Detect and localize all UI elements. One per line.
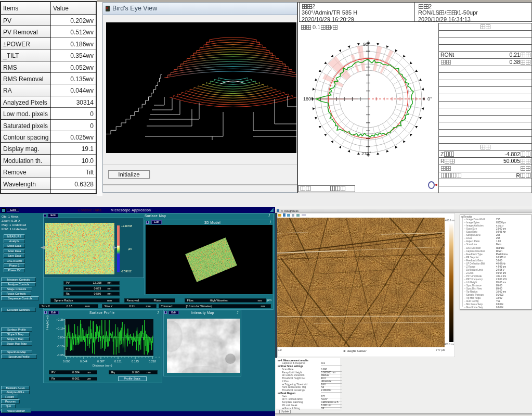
svg-text:+0.18: +0.18 xyxy=(56,327,63,330)
svg-text:0.000: 0.000 xyxy=(63,360,70,363)
svg-text:0.044: 0.044 xyxy=(80,360,87,363)
svg-text:0.087: 0.087 xyxy=(97,360,105,363)
svg-text:+0.36: +0.36 xyxy=(56,318,63,321)
svg-text:0.218: 0.218 xyxy=(149,360,156,363)
svg-text:0.00: 0.00 xyxy=(58,336,63,339)
svg-text:0.175: 0.175 xyxy=(132,360,139,363)
svg-text:-0.18: -0.18 xyxy=(57,345,63,348)
svg-text:0.131: 0.131 xyxy=(114,360,122,363)
svg-text:-0.36: -0.36 xyxy=(57,354,63,357)
